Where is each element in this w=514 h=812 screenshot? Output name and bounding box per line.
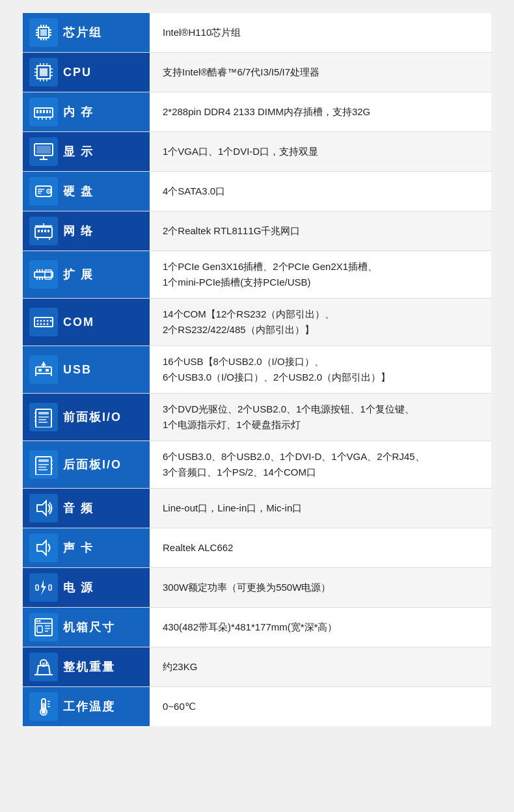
spec-value-weight: 约23KG <box>150 647 491 686</box>
spec-value-temperature: 0~60℃ <box>150 687 491 726</box>
spec-label-text-memory: 内 存 <box>63 104 94 120</box>
spec-value-chipset: Intel®H110芯片组 <box>150 13 491 52</box>
ram-icon <box>29 98 58 126</box>
spec-label-network: 网 络 <box>23 211 150 250</box>
svg-rect-65 <box>34 318 53 327</box>
svg-rect-41 <box>36 146 51 154</box>
display-icon <box>29 137 58 166</box>
usb-icon <box>29 355 58 384</box>
spec-label-hdd: 硬 盘 <box>23 172 150 211</box>
spec-row-audio: 音 频Line-out口，Line-in口，Mic-in口 <box>23 489 491 528</box>
spec-row-weight: KG 整机重量约23KG <box>23 647 491 687</box>
spec-label-temperature: 工作温度 <box>23 687 150 726</box>
svg-point-73 <box>44 323 46 325</box>
soundcard-icon <box>29 534 58 562</box>
svg-rect-29 <box>36 110 38 113</box>
svg-rect-83 <box>38 412 49 414</box>
spec-row-rear-panel: 后面板I/O6个USB3.0、8个USB2.0、1个DVI-D、1个VGA、2个… <box>23 441 491 489</box>
spec-value-display: 1个VGA口、1个DVI-D口，支持双显 <box>150 132 491 171</box>
spec-value-power: 300W额定功率（可更换为550W电源） <box>150 568 491 607</box>
svg-rect-116 <box>42 703 45 710</box>
svg-rect-92 <box>38 464 49 465</box>
spec-row-memory: 内 存2*288pin DDR4 2133 DIMM内存插槽，支持32G <box>23 92 491 132</box>
spec-row-cpu: CPU支持Intel®酷睿™6/7代I3/I5/I7处理器 <box>23 53 491 92</box>
spec-label-text-network: 网 络 <box>63 223 94 239</box>
spec-label-text-chipset: 芯片组 <box>63 25 102 40</box>
svg-point-44 <box>48 191 49 192</box>
spec-label-case-size: 机箱尺寸 <box>23 608 150 647</box>
spec-label-cpu: CPU <box>23 53 150 92</box>
rear-icon <box>29 450 58 479</box>
spec-row-network: 网 络2个Realtek RTL8111G千兆网口 <box>23 211 491 251</box>
power-icon <box>29 573 58 602</box>
svg-rect-93 <box>38 467 46 468</box>
spec-value-network: 2个Realtek RTL8111G千兆网口 <box>150 211 491 250</box>
svg-point-74 <box>47 323 49 325</box>
spec-label-rear-panel: 后面板I/O <box>23 441 150 488</box>
spec-label-text-rear-panel: 后面板I/O <box>63 457 122 472</box>
spec-label-text-soundcard: 声 卡 <box>63 540 94 556</box>
audio-icon <box>29 494 58 522</box>
spec-value-cpu: 支持Intel®酷睿™6/7代I3/I5/I7处理器 <box>150 53 491 92</box>
svg-rect-52 <box>41 230 43 232</box>
spec-label-power: 电 源 <box>23 568 150 607</box>
spec-row-case-size: 机箱尺寸430(482带耳朵)*481*177mm(宽*深*高） <box>23 608 491 647</box>
case-icon <box>29 613 58 642</box>
expand-icon <box>29 260 58 289</box>
spec-row-com: COM14个COM【12个RS232（内部引出）、2个RS232/422/485… <box>23 299 491 346</box>
spec-label-text-weight: 整机重量 <box>63 659 115 675</box>
spec-value-com: 14个COM【12个RS232（内部引出）、2个RS232/422/485（内部… <box>150 299 491 345</box>
spec-row-temperature: 工作温度0~60℃ <box>23 687 491 726</box>
svg-rect-57 <box>34 272 53 277</box>
svg-rect-51 <box>38 230 40 232</box>
spec-label-text-display: 显 示 <box>63 144 94 159</box>
svg-rect-101 <box>49 585 51 590</box>
svg-rect-15 <box>40 68 47 76</box>
spec-label-text-case-size: 机箱尺寸 <box>63 619 115 635</box>
svg-rect-86 <box>38 422 47 423</box>
spec-label-text-expansion: 扩 展 <box>63 267 94 282</box>
svg-rect-1 <box>40 29 47 36</box>
spec-label-text-audio: 音 频 <box>63 500 94 516</box>
spec-value-soundcard: Realtek ALC662 <box>150 528 491 567</box>
spec-value-expansion: 1个PCIe Gen3X16插槽、2个PCIe Gen2X1插槽、1个mini-… <box>150 251 491 298</box>
spec-label-weight: KG 整机重量 <box>23 647 150 686</box>
front-icon <box>29 403 58 431</box>
svg-point-67 <box>40 320 42 322</box>
spec-container: 芯片组Intel®H110芯片组 CPU支持Intel®酷睿™6/7代I3/I5… <box>23 13 491 726</box>
spec-row-chipset: 芯片组Intel®H110芯片组 <box>23 13 491 53</box>
spec-label-text-power: 电 源 <box>63 580 94 595</box>
weight-icon: KG <box>29 653 58 681</box>
svg-rect-78 <box>38 369 42 372</box>
svg-rect-53 <box>44 230 46 232</box>
svg-rect-54 <box>47 230 49 232</box>
svg-point-68 <box>44 320 46 322</box>
spec-table: 芯片组Intel®H110芯片组 CPU支持Intel®酷睿™6/7代I3/I5… <box>23 13 491 726</box>
spec-label-soundcard: 声 卡 <box>23 528 150 567</box>
spec-value-audio: Line-out口，Line-in口，Mic-in口 <box>150 489 491 528</box>
svg-point-109 <box>39 620 41 622</box>
spec-value-rear-panel: 6个USB3.0、8个USB2.0、1个DVI-D、1个VGA、2个RJ45、3… <box>150 441 491 488</box>
svg-rect-33 <box>49 110 51 113</box>
temp-icon <box>29 692 58 721</box>
svg-point-72 <box>40 323 42 325</box>
spec-row-soundcard: 声 卡Realtek ALC662 <box>23 528 491 568</box>
spec-label-text-com: COM <box>63 316 94 329</box>
svg-rect-94 <box>38 469 47 470</box>
spec-label-text-cpu: CPU <box>63 66 92 79</box>
svg-rect-100 <box>36 585 38 590</box>
svg-rect-31 <box>43 110 45 113</box>
chip-icon <box>29 18 58 47</box>
svg-rect-30 <box>40 110 42 113</box>
svg-rect-79 <box>46 369 49 372</box>
spec-label-text-usb: USB <box>63 363 92 377</box>
spec-label-text-temperature: 工作温度 <box>63 699 115 714</box>
spec-label-text-hdd: 硬 盘 <box>63 183 94 199</box>
svg-marker-98 <box>37 501 46 515</box>
spec-label-usb: USB <box>23 346 150 393</box>
svg-point-66 <box>37 320 39 322</box>
spec-label-com: COM <box>23 299 150 345</box>
spec-label-display: 显 示 <box>23 132 150 171</box>
svg-point-69 <box>47 320 49 322</box>
svg-rect-75 <box>36 367 51 373</box>
